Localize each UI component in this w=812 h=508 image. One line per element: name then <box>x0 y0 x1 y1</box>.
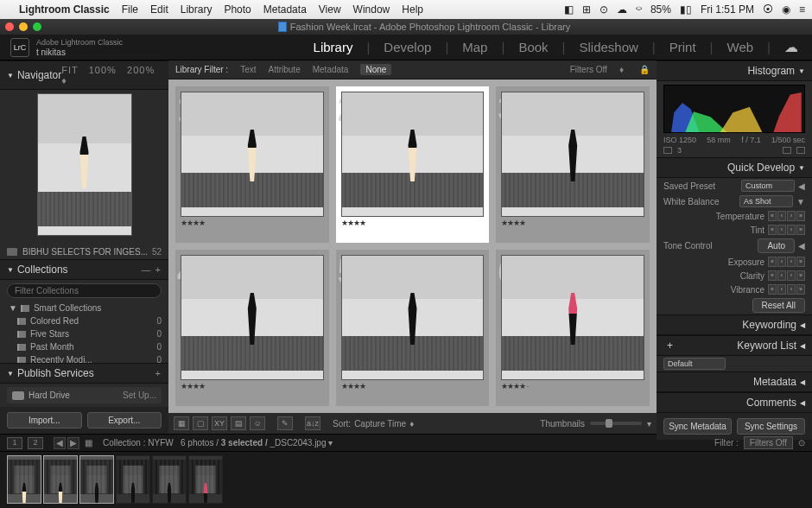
grid-cell[interactable]: 3★★★★ <box>496 86 650 243</box>
collection-item[interactable]: Colored Red0 <box>0 314 168 327</box>
filter-none[interactable]: None <box>360 64 391 75</box>
crop-icon[interactable] <box>796 147 805 154</box>
grid-cell[interactable]: 4★★★★ <box>175 250 329 406</box>
filmstrip-cell[interactable] <box>152 455 187 504</box>
grid-cell[interactable]: 5★★★★ <box>336 250 490 406</box>
filmstrip-cell[interactable] <box>7 455 41 504</box>
rating-stars[interactable]: ★★★★ <box>181 217 324 227</box>
exp-inc[interactable]: › <box>787 257 796 267</box>
disclosure-icon[interactable]: ▼ <box>7 370 14 378</box>
module-map[interactable]: Map <box>459 40 491 54</box>
nav-zoom-menu-icon[interactable]: ♦ <box>61 75 67 86</box>
sync-metadata-button[interactable]: Sync Metadata <box>663 418 732 435</box>
quickdev-header[interactable]: Quick Develop ▼ <box>657 157 812 178</box>
close-icon[interactable] <box>5 22 14 31</box>
collection-item[interactable]: Recently Modi...0 <box>0 353 168 363</box>
filter-metadata[interactable]: Metadata <box>313 65 349 74</box>
nav-back-icon[interactable]: ◀ <box>54 437 66 449</box>
menu-file[interactable]: File <box>122 3 138 16</box>
module-book[interactable]: Book <box>515 40 551 54</box>
collections-add-icon[interactable]: — + <box>142 264 162 275</box>
temp-dec2[interactable]: « <box>768 211 777 221</box>
menubar-icon[interactable]: ☁ <box>617 3 627 16</box>
filmstrip-cell[interactable] <box>116 455 150 504</box>
thumbnail[interactable] <box>501 92 644 217</box>
view-compare-icon[interactable]: XY <box>212 416 227 430</box>
smart-collections-group[interactable]: ▼ Smart Collections <box>0 302 168 314</box>
rating-stars[interactable]: ★★★★ · <box>501 380 644 391</box>
grid-cell[interactable]: 2★★★★ <box>336 86 490 243</box>
temp-dec[interactable]: ‹ <box>777 211 786 221</box>
original-icon[interactable] <box>663 147 672 154</box>
minimize-icon[interactable] <box>19 22 28 31</box>
module-develop[interactable]: Develop <box>380 40 435 54</box>
collections-search-input[interactable] <box>7 283 162 298</box>
folder-row[interactable]: BIBHU SELECTS FOR INGES... 52 <box>0 244 168 259</box>
cla-inc[interactable]: › <box>787 270 796 281</box>
view-loupe-icon[interactable]: ▢ <box>193 416 208 430</box>
module-library[interactable]: Library <box>310 40 357 54</box>
view-grid-icon[interactable]: ▦ <box>174 416 189 430</box>
keyword-list-header[interactable]: +Keyword List◀ <box>657 335 812 356</box>
import-button[interactable]: Import... <box>7 412 82 429</box>
temp-inc2[interactable]: » <box>796 211 805 221</box>
tint-inc2[interactable]: » <box>796 225 805 235</box>
crop-icon[interactable] <box>783 147 791 154</box>
tint-dec2[interactable]: « <box>768 225 777 235</box>
wb-select[interactable]: As Shot <box>739 195 793 207</box>
nav-fwd-icon[interactable]: ▶ <box>67 437 79 449</box>
add-keyword-icon[interactable]: + <box>667 340 673 352</box>
notifications-icon[interactable]: ≡ <box>799 3 805 16</box>
vib-inc[interactable]: › <box>787 284 796 295</box>
filter-menu-icon[interactable]: ♦ <box>619 65 624 74</box>
section-arrow-icon[interactable]: ▼ <box>796 197 805 206</box>
cla-dec2[interactable]: « <box>768 270 777 281</box>
grid-cell[interactable]: 1★★★★ <box>175 86 329 243</box>
disclosure-icon[interactable]: ▼ <box>7 72 14 79</box>
publish-service-row[interactable]: Hard Drive Set Up... <box>7 387 162 403</box>
nav-zoom-200[interactable]: 200% <box>127 65 155 75</box>
sync-settings-button[interactable]: Sync Settings <box>737 418 805 435</box>
siri-icon[interactable]: ◉ <box>782 3 790 16</box>
filter-attribute[interactable]: Attribute <box>268 65 300 74</box>
sort-value[interactable]: Capture Time <box>354 419 406 429</box>
rating-stars[interactable]: ★★★★ <box>341 380 485 391</box>
menu-edit[interactable]: Edit <box>150 3 168 16</box>
filmstrip-cell[interactable] <box>79 455 114 504</box>
histogram-header[interactable]: Histogram ▼ <box>657 60 812 81</box>
monitor-2-button[interactable]: 2 <box>28 437 43 449</box>
view-people-icon[interactable]: ☺ <box>250 416 265 430</box>
vib-dec2[interactable]: « <box>768 284 777 295</box>
temp-inc[interactable]: › <box>787 211 796 221</box>
navigator-preview[interactable] <box>37 93 132 236</box>
keywording-header[interactable]: Keywording◀ <box>657 314 812 335</box>
nav-zoom-fit[interactable]: FIT <box>61 65 78 75</box>
thumbnail[interactable] <box>341 92 485 217</box>
comments-header[interactable]: Comments◀ <box>657 392 812 413</box>
view-survey-icon[interactable]: ▤ <box>231 416 246 430</box>
menu-library[interactable]: Library <box>181 3 213 16</box>
menu-window[interactable]: Window <box>353 3 390 16</box>
filmstrip[interactable] <box>0 452 812 508</box>
app-menu[interactable]: Lightroom Classic <box>19 3 110 16</box>
fullscreen-icon[interactable] <box>33 22 41 31</box>
menu-metadata[interactable]: Metadata <box>263 3 307 16</box>
disclosure-icon[interactable]: ▼ <box>798 67 805 75</box>
toolbar-menu-icon[interactable]: ▾ <box>647 419 651 429</box>
exp-dec[interactable]: ‹ <box>777 257 786 267</box>
collections-header[interactable]: ▼ Collections — + <box>0 259 168 280</box>
thumbnail[interactable] <box>181 92 324 217</box>
collection-item[interactable]: Five Stars0 <box>0 327 168 340</box>
grid-cell[interactable]: 6★★★★ · <box>496 250 650 406</box>
thumbnail[interactable] <box>341 255 485 380</box>
cla-dec[interactable]: ‹ <box>777 270 786 281</box>
filmstrip-filter-preset[interactable]: Filters Off <box>744 436 793 449</box>
metadata-header[interactable]: Metadata◀ <box>657 371 812 392</box>
metadata-preset-select[interactable]: Default <box>663 358 726 370</box>
tint-dec[interactable]: ‹ <box>777 225 786 235</box>
vib-dec[interactable]: ‹ <box>777 284 786 295</box>
menu-view[interactable]: View <box>319 3 341 16</box>
grid-icon[interactable]: ▦ <box>85 438 92 448</box>
cloud-sync-icon[interactable]: ☁ <box>781 39 802 55</box>
module-print[interactable]: Print <box>666 40 700 54</box>
